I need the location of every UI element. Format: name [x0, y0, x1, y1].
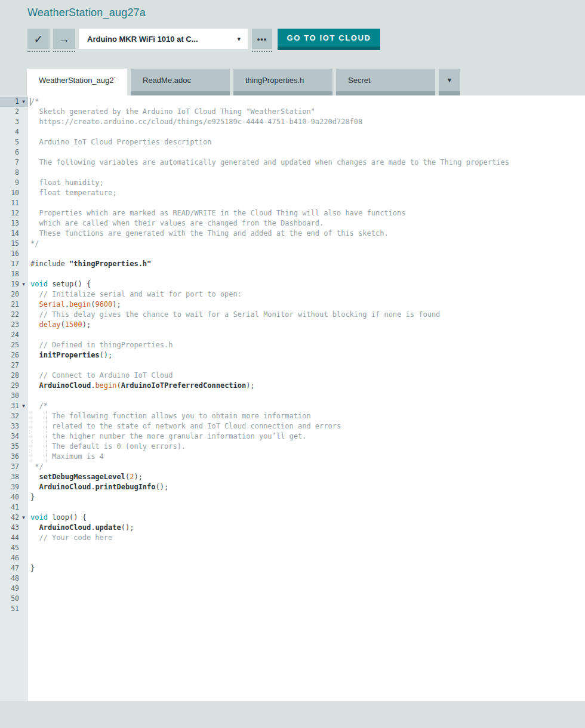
tab-weatherstation-aug27a-[interactable]: WeatherStation_aug27a.	[27, 69, 127, 95]
line-number: 49	[0, 584, 28, 594]
code-line[interactable]: 20 // Initialize serial and wait for por…	[0, 289, 585, 300]
code-line[interactable]: 42▾void loop() {	[0, 513, 585, 523]
line-number: 33	[0, 421, 28, 431]
board-selector-value: Arduino MKR WiFi 1010 at C...	[87, 35, 232, 44]
code-line[interactable]: 21 Serial.begin(9600);	[0, 300, 585, 310]
code-content	[28, 168, 585, 178]
code-line[interactable]: 36 Maximum is 4	[0, 452, 585, 462]
chevron-down-icon: ▼	[447, 76, 453, 84]
code-line[interactable]: 3 https://create.arduino.cc/cloud/things…	[0, 117, 585, 127]
code-line[interactable]: 18	[0, 269, 585, 279]
code-line[interactable]: 37 */	[0, 462, 585, 472]
code-line[interactable]: 30	[0, 391, 585, 401]
tab-thingproperties-h[interactable]: thingProperties.h	[233, 69, 332, 95]
line-number: 28	[0, 371, 28, 381]
line-number: 37	[0, 462, 28, 472]
tab-list: WeatherStation_aug27a.ReadMe.adocthingPr…	[27, 69, 435, 95]
go-to-iot-cloud-button[interactable]: GO TO IOT CLOUD	[278, 29, 380, 50]
code-content: setDebugMessageLevel(2);	[28, 472, 585, 482]
code-line[interactable]: 23 delay(1500);	[0, 320, 585, 330]
code-line[interactable]: 35 The default is 0 (only errors).	[0, 442, 585, 452]
code-line[interactable]: 39 ArduinoCloud.printDebugInfo();	[0, 482, 585, 492]
fold-arrow-icon[interactable]: ▾	[20, 279, 27, 289]
code-line[interactable]: 6	[0, 147, 585, 158]
code-line[interactable]: 48	[0, 573, 585, 584]
code-line[interactable]: 22 // This delay gives the chance to wai…	[0, 310, 585, 320]
code-line[interactable]: 17#include "thingProperties.h"	[0, 259, 585, 269]
code-line[interactable]: 7 The following variables are automatica…	[0, 158, 585, 168]
code-line[interactable]: 34 the higher number the more granular i…	[0, 431, 585, 442]
code-line[interactable]: 15*/	[0, 239, 585, 249]
code-line[interactable]: 12 Properties which are marked as READ/W…	[0, 208, 585, 218]
code-line[interactable]: 19▾void setup() {	[0, 279, 585, 289]
line-number: 26	[0, 350, 28, 360]
code-line[interactable]: 51	[0, 604, 585, 614]
code-line[interactable]: 28 // Connect to Arduino IoT Cloud	[0, 371, 585, 381]
line-number: 8	[0, 168, 28, 178]
fold-arrow-icon[interactable]: ▾	[20, 513, 27, 523]
code-line[interactable]: 16	[0, 249, 585, 259]
upload-button[interactable]: →	[53, 29, 75, 49]
tab-secret[interactable]: Secret	[336, 69, 435, 95]
tab-overflow-button[interactable]: ▼	[439, 69, 460, 95]
code-line[interactable]: 41	[0, 502, 585, 513]
line-number: 24	[0, 330, 28, 340]
fold-arrow-icon[interactable]: ▾	[20, 401, 27, 411]
code-line[interactable]: 45	[0, 543, 585, 553]
more-options-button[interactable]: •••	[252, 29, 272, 49]
code-content: These functions are generated with the T…	[28, 229, 585, 239]
ellipsis-icon: •••	[257, 35, 267, 44]
tab-readme-adoc[interactable]: ReadMe.adoc	[131, 69, 230, 95]
code-line[interactable]: 29 ArduinoCloud.begin(ArduinoIoTPreferre…	[0, 381, 585, 391]
line-number: 31▾	[0, 401, 28, 411]
code-line[interactable]: 27	[0, 360, 585, 371]
code-line[interactable]: 50	[0, 594, 585, 604]
code-line[interactable]: 8	[0, 168, 585, 178]
verify-button[interactable]: ✓	[27, 29, 50, 49]
code-line[interactable]: 13 which are called when their values ar…	[0, 218, 585, 229]
line-number: 25	[0, 340, 28, 350]
code-line[interactable]: 40}	[0, 492, 585, 502]
code-line[interactable]: 46	[0, 553, 585, 563]
code-line[interactable]: 25 // Defined in thingProperties.h	[0, 340, 585, 350]
code-content: initProperties();	[28, 350, 585, 360]
line-number: 43	[0, 523, 28, 533]
code-line[interactable]: 2 Sketch generated by the Arduino IoT Cl…	[0, 107, 585, 117]
code-line[interactable]: 47}	[0, 563, 585, 573]
page-title: WeatherStation_aug27a	[27, 7, 146, 19]
line-number: 18	[0, 269, 28, 279]
code-content: ArduinoCloud.update();	[28, 523, 585, 533]
fold-arrow-icon[interactable]: ▾	[20, 97, 27, 107]
code-line[interactable]: 38 setDebugMessageLevel(2);	[0, 472, 585, 482]
code-line[interactable]: 9 float humidity;	[0, 178, 585, 188]
code-content	[28, 198, 585, 208]
line-number: 14	[0, 229, 28, 239]
code-line[interactable]: 31▾ /*	[0, 401, 585, 411]
line-number: 17	[0, 259, 28, 269]
code-line[interactable]: 5 Arduino IoT Cloud Properties descripti…	[0, 137, 585, 147]
code-line[interactable]: 10 float temperature;	[0, 188, 585, 198]
code-content: delay(1500);	[28, 320, 585, 330]
code-line[interactable]: 14 These functions are generated with th…	[0, 229, 585, 239]
code-line[interactable]: 44 // Your code here	[0, 533, 585, 543]
code-editor[interactable]: 1▾/*2 Sketch generated by the Arduino Io…	[0, 95, 585, 701]
code-line[interactable]: 11	[0, 198, 585, 208]
code-content: // Initialize serial and wait for port t…	[28, 289, 585, 300]
code-line[interactable]: 1▾/*	[0, 97, 585, 107]
code-line[interactable]: 43 ArduinoCloud.update();	[0, 523, 585, 533]
line-number: 2	[0, 107, 28, 117]
chevron-down-icon: ▾	[237, 35, 241, 43]
code-content: // Your code here	[28, 533, 585, 543]
code-line[interactable]: 49	[0, 584, 585, 594]
code-content: Sketch generated by the Arduino IoT Clou…	[28, 107, 585, 117]
code-line[interactable]: 26 initProperties();	[0, 350, 585, 360]
code-line[interactable]: 4	[0, 127, 585, 137]
code-content: Arduino IoT Cloud Properties description	[28, 137, 585, 147]
line-number: 16	[0, 249, 28, 259]
code-line[interactable]: 33 related to the state of network and I…	[0, 421, 585, 431]
code-content: which are called when their values are c…	[28, 218, 585, 229]
line-number: 34	[0, 431, 28, 442]
code-line[interactable]: 24	[0, 330, 585, 340]
code-line[interactable]: 32 The following function allows you to …	[0, 411, 585, 421]
board-selector-dropdown[interactable]: Arduino MKR WiFi 1010 at C... ▾	[79, 29, 248, 49]
